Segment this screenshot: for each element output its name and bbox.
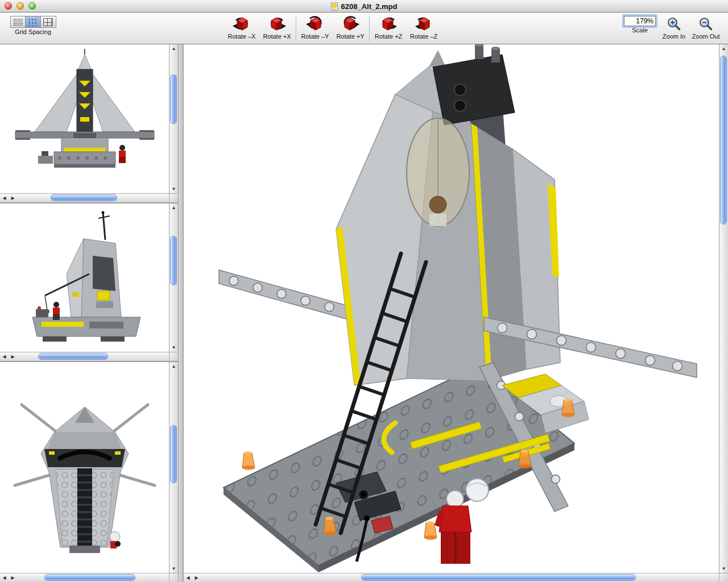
horizontal-scrollbar[interactable]: ◀ ▶ [0, 193, 169, 202]
content-area: ▲ ▼ ◀ ▶ [0, 44, 728, 582]
horizontal-scroll-track[interactable] [201, 573, 719, 582]
zoom-in-label: Zoom In [663, 33, 685, 40]
rotate-button-label: Rotate +Y [336, 33, 364, 40]
magnifier-plus-icon [667, 15, 681, 32]
grid-coarse-icon [43, 18, 53, 26]
zoom-out-button[interactable]: Zoom Out [689, 15, 722, 40]
traffic-lights [5, 2, 36, 10]
model-side-view [5, 207, 164, 349]
grid-spacing-segmented-control [10, 16, 56, 28]
window-title-area: 6208_Alt_2.mpd [331, 0, 398, 13]
magnifier-minus-icon [698, 15, 713, 32]
grid-coarse-segment[interactable] [41, 16, 56, 28]
horizontal-scroll-thumb[interactable] [51, 194, 117, 201]
document-icon [331, 2, 338, 11]
grid-medium-icon [28, 18, 38, 26]
vertical-scrollbar[interactable]: ▲ ▼ [719, 44, 728, 573]
scale-label: Scale [632, 27, 648, 34]
zoom-in-button[interactable]: Zoom In [660, 15, 688, 40]
rotate-minus-x-button[interactable]: Rotate –X [224, 15, 259, 40]
window-title: 6208_Alt_2.mpd [341, 2, 398, 11]
zoom-window-button[interactable] [28, 2, 36, 10]
scroll-down-arrow[interactable]: ▼ [719, 564, 728, 573]
minimize-button[interactable] [16, 2, 24, 10]
side-view-canvas[interactable] [0, 203, 169, 352]
scrollbar-corner [169, 573, 178, 582]
horizontal-scroll-track[interactable] [17, 194, 169, 202]
main-viewport: ▲ ▼ ◀ ▶ [184, 44, 728, 582]
vertical-scroll-track[interactable] [169, 213, 178, 343]
grid-medium-segment[interactable] [26, 16, 41, 28]
vertical-scroll-thumb[interactable] [170, 236, 177, 285]
grid-spacing-label: Grid Spacing [15, 28, 51, 35]
horizontal-scrollbar[interactable]: ◀ ▶ [0, 352, 169, 361]
scroll-up-arrow[interactable]: ▲ [169, 203, 178, 212]
scroll-right-arrow[interactable]: ▶ [9, 194, 17, 202]
rotate-cube-icon [306, 15, 324, 32]
horizontal-scroll-thumb[interactable] [44, 574, 135, 581]
sidebar-splitter[interactable] [178, 44, 184, 582]
zoom-out-label: Zoom Out [692, 33, 720, 40]
vertical-scroll-track[interactable] [169, 53, 178, 184]
toolbar-separator [296, 16, 296, 42]
scroll-left-arrow[interactable]: ◀ [184, 573, 192, 582]
horizontal-scroll-thumb[interactable] [361, 574, 636, 581]
vertical-scroll-track[interactable] [719, 53, 728, 564]
scroll-right-arrow[interactable]: ▶ [9, 352, 17, 361]
rotate-controls: Rotate –X Rotate +X [224, 15, 441, 42]
scroll-left-arrow[interactable]: ◀ [0, 352, 9, 361]
scrollbar-corner [719, 573, 728, 582]
top-view-canvas[interactable] [0, 362, 169, 573]
rotate-plus-x-button[interactable]: Rotate +X [259, 15, 295, 40]
perspective-view-canvas[interactable] [184, 44, 719, 573]
vertical-scrollbar[interactable]: ▲ ▼ [169, 203, 178, 352]
close-button[interactable] [5, 2, 12, 10]
vertical-scrollbar[interactable]: ▲ ▼ [169, 44, 178, 193]
vertical-scroll-thumb[interactable] [720, 56, 727, 224]
viewport-panel-side: ▲ ▼ ◀ ▶ [0, 203, 178, 362]
rotate-cube-icon [268, 15, 286, 32]
scroll-left-arrow[interactable]: ◀ [0, 573, 9, 582]
scale-control: Scale [622, 16, 658, 34]
horizontal-scroll-track[interactable] [17, 573, 169, 582]
grid-spacing-control: Grid Spacing [6, 16, 60, 35]
rotate-button-label: Rotate +Z [375, 33, 403, 40]
grid-fine-icon [13, 18, 23, 26]
scroll-down-arrow[interactable]: ▼ [169, 185, 178, 193]
scroll-up-arrow[interactable]: ▲ [169, 362, 178, 371]
viewport-panel-top: ▲ ▼ ◀ ▶ [0, 362, 178, 582]
scroll-down-arrow[interactable]: ▼ [169, 564, 178, 573]
rotate-cube-icon [415, 15, 433, 32]
scroll-right-arrow[interactable]: ▶ [9, 573, 17, 582]
scroll-up-arrow[interactable]: ▲ [719, 44, 728, 53]
rotate-minus-y-button[interactable]: Rotate –Y [297, 15, 333, 40]
horizontal-scrollbar[interactable]: ◀ ▶ [0, 573, 169, 582]
toolbar: Grid Spacing Rotate –X [0, 13, 728, 44]
rotate-minus-z-button[interactable]: Rotate –Z [406, 15, 441, 40]
rotate-button-label: Rotate –Z [410, 33, 437, 40]
vertical-scroll-track[interactable] [169, 371, 178, 564]
rotate-cube-icon [379, 15, 398, 32]
scale-field[interactable] [624, 16, 656, 26]
horizontal-scrollbar[interactable]: ◀ ▶ [184, 573, 719, 582]
rotate-button-label: Rotate –Y [301, 33, 329, 40]
horizontal-scroll-thumb[interactable] [38, 353, 108, 360]
scrollbar-corner [169, 352, 178, 361]
scroll-down-arrow[interactable]: ▼ [169, 343, 178, 352]
model-perspective-view [184, 44, 719, 573]
sidebar-viewports: ▲ ▼ ◀ ▶ [0, 44, 178, 582]
rotate-plus-y-button[interactable]: Rotate +Y [333, 15, 368, 40]
viewport-panel-front: ▲ ▼ ◀ ▶ [0, 44, 178, 203]
front-view-canvas[interactable] [0, 44, 169, 193]
vertical-scrollbar[interactable]: ▲ ▼ [169, 362, 178, 573]
title-bar[interactable]: 6208_Alt_2.mpd [0, 0, 728, 13]
vertical-scroll-thumb[interactable] [170, 425, 177, 483]
scroll-right-arrow[interactable]: ▶ [192, 573, 201, 582]
horizontal-scroll-track[interactable] [17, 352, 169, 361]
model-front-view [5, 48, 164, 190]
rotate-plus-z-button[interactable]: Rotate +Z [371, 15, 406, 40]
scroll-left-arrow[interactable]: ◀ [0, 194, 9, 202]
scroll-up-arrow[interactable]: ▲ [169, 44, 178, 53]
grid-fine-segment[interactable] [10, 16, 26, 28]
vertical-scroll-thumb[interactable] [170, 74, 177, 124]
